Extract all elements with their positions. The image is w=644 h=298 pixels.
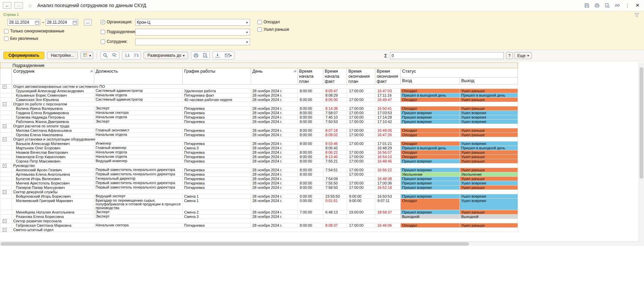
position[interactable]: Начальник отдела xyxy=(94,133,183,137)
end-plan[interactable]: 17:00:00 xyxy=(347,223,375,228)
end-plan[interactable] xyxy=(347,177,375,181)
employee-name[interactable]: Сорока Петр Максимович xyxy=(12,159,94,164)
status-out[interactable]: Выходной xyxy=(460,215,518,219)
calendar-icon[interactable] xyxy=(34,19,40,25)
start-fact[interactable]: 7:54:09 xyxy=(323,177,347,181)
end-fact[interactable]: 16:49:05 xyxy=(375,128,401,133)
group-row[interactable]: −Сектор развития персонала xyxy=(0,219,518,223)
day[interactable]: 28 ноября 2024 г. xyxy=(251,177,298,181)
status-in[interactable]: Опоздал xyxy=(401,89,460,93)
start-fact[interactable]: 8:05:00 xyxy=(323,98,347,102)
status-in[interactable]: Пришел вовремя xyxy=(401,168,460,172)
employee-row[interactable]: Булатов Игорь ВиленовичГенеральный дирек… xyxy=(0,177,518,181)
day[interactable]: 28 ноября 2024 г. xyxy=(251,199,298,210)
start-fact[interactable]: 8:06:42 xyxy=(323,146,347,150)
employee-name[interactable]: Артемьева Елена Анатольевна xyxy=(12,172,94,177)
col-header-status[interactable]: Статус xyxy=(401,68,518,78)
position[interactable]: Генеральный директор xyxy=(94,177,183,181)
position[interactable]: Первый заместитель генерального директор… xyxy=(94,185,183,190)
col-header-start-plan[interactable]: Время начала план xyxy=(298,68,323,84)
day[interactable]: 28 ноября 2024 г. xyxy=(251,223,298,228)
position[interactable]: Ведущий инженер xyxy=(94,159,183,164)
status-in[interactable]: Опоздал xyxy=(401,155,460,159)
end-plan[interactable]: 17:00:00 xyxy=(347,106,375,111)
day[interactable]: 28 ноября 2024 г. xyxy=(251,120,298,124)
collapse-group-icon[interactable]: − xyxy=(3,164,6,168)
employee-name[interactable]: Матвиевский Григорий Маркович xyxy=(12,199,94,210)
group-name[interactable]: Руководство xyxy=(12,164,518,168)
employee-row[interactable]: Никаноров Егор КирилловичНачальник отдел… xyxy=(0,155,518,159)
end-plan[interactable]: 17:00:00 xyxy=(347,181,375,185)
end-fact[interactable]: 17:14:28 xyxy=(375,115,401,120)
only-synced-checkbox[interactable]: Только синхронизированные xyxy=(4,29,64,33)
end-plan[interactable]: 17:00:00 xyxy=(347,172,375,177)
end-fact[interactable]: 16:50:41 xyxy=(375,106,401,111)
position[interactable]: Эксперт xyxy=(94,106,183,111)
position[interactable]: Главный экономист xyxy=(94,128,183,133)
end-plan[interactable] xyxy=(347,146,375,150)
end-fact[interactable]: 17:10:42 xyxy=(375,120,401,124)
start-fact[interactable]: 23:55:50 xyxy=(323,194,347,199)
start-plan[interactable]: 8:00:00 xyxy=(298,159,323,164)
end-fact[interactable] xyxy=(375,172,401,177)
employee-row[interactable]: Минчев Аристотель БорисовичПервый замест… xyxy=(0,181,518,185)
status-out[interactable]: Ушел вовремя xyxy=(460,115,518,120)
work-schedule[interactable]: Пятидневка xyxy=(183,120,251,124)
group-row[interactable]: −Сметно-штатный отдел xyxy=(0,228,518,232)
work-schedule[interactable]: Смена 1 xyxy=(183,194,251,199)
find-next-icon[interactable] xyxy=(110,52,119,59)
horizontal-scrollbar[interactable] xyxy=(0,241,639,246)
organization-combo[interactable]: Крон-Ц ▾ xyxy=(135,19,250,26)
end-fact[interactable]: 16:52:18 xyxy=(375,185,401,190)
day[interactable]: 28 ноября 2024 г. xyxy=(251,150,298,155)
start-plan[interactable]: 8:00:00 xyxy=(298,172,323,177)
employee-name[interactable]: Габровская Светлана Марковна xyxy=(12,223,94,228)
day[interactable]: 28 ноября 2024 г. xyxy=(251,159,298,164)
col-header-position[interactable]: Должность xyxy=(94,68,183,84)
start-plan[interactable]: 8:00:00 xyxy=(298,128,323,133)
save-file-icon[interactable] xyxy=(213,52,222,59)
end-fact[interactable]: 16:48:45 xyxy=(375,159,401,164)
start-plan[interactable]: 8:00:00 xyxy=(298,111,323,115)
employee-row[interactable]: Михейцева Наталия АнатольевнаЭкспертСмен… xyxy=(0,210,518,215)
day[interactable]: 28 ноября 2024 г. xyxy=(251,210,298,215)
status-out[interactable]: Пришел в выходной день xyxy=(460,93,518,98)
start-fact[interactable]: 7:58:50 xyxy=(323,185,347,190)
col-header-status-in[interactable]: Вход xyxy=(401,77,460,84)
status-out[interactable]: Ушел раньше xyxy=(460,89,518,93)
start-fact[interactable]: 7:58:07 xyxy=(323,111,347,115)
end-plan[interactable]: 17:00:00 xyxy=(347,128,375,133)
status-out[interactable]: Ушел вовремя xyxy=(460,142,518,146)
employee-row[interactable]: Работкина Жанна ДмитриевнаЭкспертПятидне… xyxy=(0,120,518,124)
group-name[interactable]: Сектор дежурной службы xyxy=(12,190,518,194)
end-fact[interactable]: 16:56:07 xyxy=(375,150,401,155)
work-schedule[interactable]: Пятидневка xyxy=(183,181,251,185)
status-out[interactable]: Пришел в выходной день xyxy=(460,146,518,150)
position[interactable]: Начальник отдела xyxy=(94,155,183,159)
end-fact[interactable]: 16:47:03 xyxy=(375,89,401,93)
end-plan[interactable]: 17:00:00 xyxy=(347,89,375,93)
end-plan[interactable]: 17:00:00 xyxy=(347,168,375,172)
date-from-input[interactable]: 28.11.2024 xyxy=(7,19,40,26)
employee-name[interactable]: Кузьминых Борис Семенович xyxy=(12,93,94,98)
date-period-more-button[interactable]: ... xyxy=(84,19,92,26)
start-fact[interactable]: 6:48:13 xyxy=(323,210,347,215)
start-plan[interactable]: 8:00:00 xyxy=(298,133,323,137)
end-plan[interactable]: 17:00:00 xyxy=(347,185,375,190)
day[interactable]: 28 ноября 2024 г. xyxy=(251,185,298,190)
position[interactable]: Эксперт xyxy=(94,210,183,215)
work-schedule[interactable]: Пятидневка xyxy=(183,172,251,177)
position[interactable]: Первый заместитель генерального директор… xyxy=(94,172,183,177)
employee-name[interactable]: Гордина Елена Владимировна xyxy=(12,111,94,115)
end-fact[interactable]: 18:58:37 xyxy=(375,210,401,215)
day[interactable]: 28 ноября 2024 г. xyxy=(251,115,298,120)
position[interactable]: Системный администратор xyxy=(94,89,183,93)
employee-name[interactable]: Рязанова Елена Борисовна xyxy=(12,215,94,219)
start-fact[interactable]: 7:54:51 xyxy=(323,168,347,172)
department-band-header[interactable]: Подразделение xyxy=(0,63,518,68)
end-plan[interactable]: 17:00:00 xyxy=(347,120,375,124)
start-plan[interactable]: 8:00:00 xyxy=(298,150,323,155)
end-fact[interactable]: 16:50:53 xyxy=(375,194,401,199)
employee-row[interactable]: Волина Ирина ВалерьевнаЭкспертПятидневка… xyxy=(0,106,518,111)
end-plan[interactable]: 17:00:00 xyxy=(347,155,375,159)
